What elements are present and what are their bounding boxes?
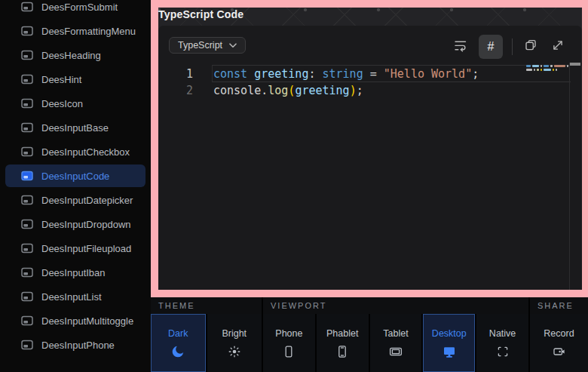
code-panel: TypeScript # 1const greeting: string = "…: [158, 26, 582, 290]
button-label: Native: [489, 328, 516, 339]
sidebar-item-deesinputcode[interactable]: DeesInputCode: [5, 164, 145, 187]
component-icon: [21, 195, 33, 205]
component-icon: [21, 74, 33, 85]
chevron-down-icon: [229, 40, 237, 51]
component-icon: [21, 267, 33, 278]
sidebar-item-deesformsubmit[interactable]: DeesFormSubmit: [5, 0, 145, 18]
sidebar-item-deeshint[interactable]: DeesHint: [5, 68, 145, 91]
sidebar-item-label: DeesInputBase: [41, 122, 109, 134]
sidebar-item-label: DeesInputDropdown: [41, 219, 131, 230]
language-dropdown[interactable]: TypeScript: [169, 37, 246, 54]
expand-button[interactable]: [549, 38, 567, 56]
component-icon: [21, 26, 33, 36]
line-number: 1: [158, 66, 193, 82]
editor-toolbar: #: [452, 35, 567, 59]
sidebar-item-label: DeesFormSubmit: [41, 2, 118, 13]
sidebar-item-label: DeesInputIban: [41, 267, 106, 278]
sidebar-item-label: DeesHint: [41, 74, 81, 85]
moon-icon: [170, 344, 185, 359]
sidebar-item-label: DeesInputCode: [41, 171, 109, 182]
code-line[interactable]: 2console.log(greeting);: [158, 82, 582, 99]
scrollbar-thumb[interactable]: [570, 63, 580, 66]
viewport-button-native[interactable]: Native: [476, 314, 528, 372]
component-icon: [21, 50, 33, 60]
record-icon: [552, 344, 567, 359]
sidebar-item-label: DeesIcon: [41, 98, 83, 109]
word-wrap-button[interactable]: [452, 38, 470, 56]
theme-button-bright[interactable]: Bright: [207, 314, 262, 372]
component-icon: [21, 243, 33, 254]
code-text: const greeting: string = "Hello World";: [213, 66, 479, 82]
button-label: Tablet: [383, 328, 408, 339]
sidebar-item-deesinputphone[interactable]: DeesInputPhone: [5, 334, 145, 356]
toolbar-group-label: THEME: [151, 297, 262, 314]
demo-title: TypeScript Code: [158, 8, 243, 20]
line-number: 2: [158, 82, 193, 99]
phone-icon: [281, 344, 296, 359]
sidebar-item-label: DeesInputFileupload: [41, 243, 131, 254]
viewport-button-phablet[interactable]: Phablet: [317, 314, 369, 372]
toolbar-group-label: VIEWPORT: [263, 297, 528, 314]
share-button-record[interactable]: Record: [530, 314, 588, 372]
component-icon: [21, 171, 33, 181]
component-icon: [21, 219, 33, 229]
sun-icon: [227, 344, 242, 359]
sidebar-item-deesinputiban[interactable]: DeesInputIban: [5, 261, 145, 284]
desktop-icon: [442, 344, 457, 359]
component-icon: [21, 291, 33, 302]
expand-icon: [550, 38, 565, 56]
component-list: DeesFormSubmit DeesFormattingMenu DeesHe…: [0, 0, 151, 358]
sidebar-item-label: DeesInputMultitoggle: [41, 315, 133, 327]
hash-button[interactable]: #: [479, 35, 503, 59]
theme-button-dark[interactable]: Dark: [151, 314, 206, 372]
sidebar-item-label: DeesInputDatepicker: [41, 195, 133, 206]
app-window: DeesFormSubmit DeesFormattingMenu DeesHe…: [0, 0, 588, 372]
environment-toolbar: THEMEDark Bright VIEWPORTPhone Phablet T…: [151, 297, 588, 372]
sidebar-item-deesinputdropdown[interactable]: DeesInputDropdown: [5, 213, 145, 235]
copy-icon: [523, 38, 538, 56]
sidebar-item-deesicon[interactable]: DeesIcon: [5, 92, 145, 115]
code-line[interactable]: 1const greeting: string = "Hello World";: [158, 66, 582, 82]
sidebar-item-deesheading[interactable]: DeesHeading: [5, 44, 145, 66]
demo-frame: TypeScript Code TypeScript # 1const gree…: [151, 0, 588, 297]
sidebar-item-deesformattingmenu[interactable]: DeesFormattingMenu: [5, 20, 145, 42]
minimap: [526, 65, 568, 72]
component-icon: [21, 315, 33, 326]
sidebar-item-deesinputfileupload[interactable]: DeesInputFileupload: [5, 237, 145, 260]
editor-right-gutter-divider: [569, 63, 570, 290]
phablet-icon: [335, 344, 350, 359]
sidebar-item-label: DeesHeading: [41, 50, 101, 61]
viewport-button-desktop[interactable]: Desktop: [423, 314, 475, 372]
native-icon: [495, 344, 510, 359]
word-wrap-icon: [453, 38, 468, 56]
tablet-icon: [388, 344, 403, 359]
sidebar-item-label: DeesInputList: [41, 291, 102, 303]
component-icon: [21, 122, 33, 133]
toolbar-group-share: SHARERecord: [530, 297, 588, 372]
viewport-button-tablet[interactable]: Tablet: [370, 314, 422, 372]
button-label: Record: [544, 328, 574, 339]
sidebar-item-deesinputbase[interactable]: DeesInputBase: [5, 116, 145, 139]
toolbar-divider: [512, 38, 513, 55]
viewport-button-phone[interactable]: Phone: [263, 314, 315, 372]
button-label: Desktop: [432, 328, 467, 339]
button-label: Bright: [222, 328, 247, 339]
code-text: console.log(greeting);: [213, 82, 363, 99]
sidebar-item-label: DeesInputPhone: [41, 340, 115, 351]
demo-background: TypeScript Code TypeScript # 1const gree…: [158, 8, 582, 290]
component-icon: [21, 340, 33, 350]
component-sidebar: DeesFormSubmit DeesFormattingMenu DeesHe…: [0, 0, 151, 372]
sidebar-item-label: DeesInputCheckbox: [41, 146, 130, 158]
copy-button[interactable]: [522, 38, 540, 56]
language-dropdown-value: TypeScript: [178, 40, 222, 51]
sidebar-item-deesinputcheckbox[interactable]: DeesInputCheckbox: [5, 140, 145, 163]
button-label: Phone: [275, 328, 302, 339]
component-icon: [21, 2, 33, 12]
sidebar-item-deesinputlist[interactable]: DeesInputList: [5, 285, 145, 308]
button-label: Dark: [168, 328, 188, 339]
sidebar-item-label: DeesFormattingMenu: [41, 26, 136, 37]
sidebar-item-deesinputmultitoggle[interactable]: DeesInputMultitoggle: [5, 309, 145, 332]
sidebar-item-deesinputdatepicker[interactable]: DeesInputDatepicker: [5, 189, 145, 211]
button-label: Phablet: [326, 328, 358, 339]
code-editor[interactable]: 1const greeting: string = "Hello World";…: [158, 66, 582, 99]
